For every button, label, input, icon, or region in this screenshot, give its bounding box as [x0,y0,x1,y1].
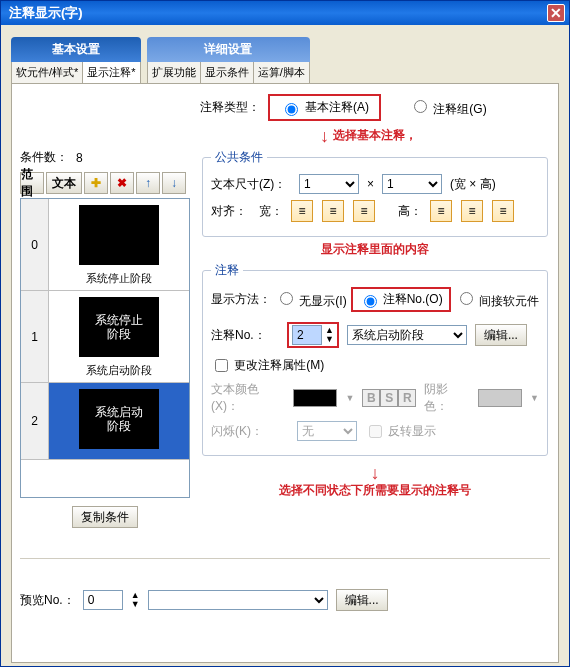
tool-range[interactable]: 范围 [20,172,44,194]
tool-delete[interactable]: ✖ [110,172,134,194]
align-center-icon[interactable]: ≡ [322,200,344,222]
list-item[interactable]: 系统停止 阶段 系统启动阶段 [49,291,189,383]
copy-condition-button[interactable]: 复制条件 [72,506,138,528]
r-icon[interactable]: R [398,389,416,407]
note-content: 显示注释里面的内容 [321,242,429,256]
item-thumb: 系统启动 阶段 [79,389,159,449]
annotation-fieldset: 注释 显示方法： 无显示(I) 注释No.(O) 间接软元件 注释No.： [202,262,548,456]
radio-basic-annotation-box: 基本注释(A) [268,94,381,121]
radio-indirect[interactable] [460,292,473,305]
annotation-no-input[interactable] [292,325,322,345]
radio-annotation-group[interactable] [414,100,427,113]
align-left-icon[interactable]: ≡ [291,200,313,222]
condition-list[interactable]: 0 系统停止阶段 1 系统停止 阶段 系统启动阶段 [20,198,190,498]
height-select[interactable]: 1 [382,174,442,194]
preview-no-input[interactable] [83,590,123,610]
titlebar: 注释显示(字) ✕ [1,1,569,25]
preview-edit-button[interactable]: 编辑... [336,589,388,611]
change-attr-checkbox[interactable] [215,359,228,372]
edit-button[interactable]: 编辑... [475,324,527,346]
arrow-icon: ↓ [200,464,550,482]
arrow-icon: ↓ [320,127,329,145]
invert-checkbox [369,425,382,438]
spinner-icon[interactable]: ▲▼ [325,326,334,344]
note-diff-state: 选择不同状态下所需要显示的注释号 [279,483,471,497]
spinner-icon[interactable]: ▲▼ [131,591,140,609]
subtab-show-annotation[interactable]: 显示注释* [83,62,139,83]
subtab-condition[interactable]: 显示条件 [201,62,254,83]
list-item[interactable]: 系统启动 阶段 [49,383,189,460]
annotation-combo[interactable]: 系统启动阶段 [347,325,467,345]
tool-text[interactable]: 文本 [46,172,82,194]
item-index: 1 [21,291,49,383]
type-label: 注释类型： [200,99,260,116]
count-value: 8 [76,151,83,165]
count-label: 条件数： [20,149,68,166]
radio-basic-annotation[interactable] [285,103,298,116]
radio-annotation-no[interactable] [364,295,377,308]
blink-select: 无 [297,421,357,441]
align-right-icon[interactable]: ≡ [353,200,375,222]
shadow-color-swatch[interactable] [478,389,522,407]
item-thumb: 系统停止 阶段 [79,297,159,357]
tab-basic-settings[interactable]: 基本设置 [11,37,141,62]
radio-no-display[interactable] [280,292,293,305]
preview-combo[interactable] [148,590,328,610]
align-top-icon[interactable]: ≡ [430,200,452,222]
common-fieldset: 公共条件 文本尺寸(Z)： 1 × 1 (宽 × 高) 对齐： 宽： ≡ [202,149,548,237]
item-index: 2 [21,383,49,460]
align-bottom-icon[interactable]: ≡ [492,200,514,222]
b-icon[interactable]: B [362,389,380,407]
tool-up[interactable]: ↑ [136,172,160,194]
tab-detail-settings[interactable]: 详细设置 [147,37,310,62]
preview-label: 预览No.： [20,592,75,609]
text-color-swatch[interactable] [293,389,337,407]
align-middle-icon[interactable]: ≡ [461,200,483,222]
close-button[interactable]: ✕ [547,4,565,22]
s-icon[interactable]: S [380,389,398,407]
tool-add[interactable]: ✚ [84,172,108,194]
window-title: 注释显示(字) [5,4,547,22]
item-thumb [79,205,159,265]
subtab-device-style[interactable]: 软元件/样式* [12,62,83,83]
subtab-script[interactable]: 运算/脚本 [254,62,309,83]
subtab-extend[interactable]: 扩展功能 [148,62,201,83]
note-select-basic: 选择基本注释， [333,127,417,144]
list-item[interactable]: 系统停止阶段 [49,199,189,291]
item-index: 0 [21,199,49,291]
tool-down[interactable]: ↓ [162,172,186,194]
width-select[interactable]: 1 [299,174,359,194]
